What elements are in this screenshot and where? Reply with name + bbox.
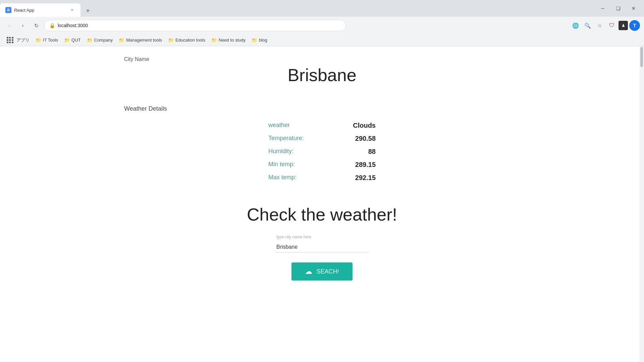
city-name-heading: Brisbane — [287, 65, 356, 85]
apps-grid-icon — [7, 37, 13, 44]
weather-row-humidity: Humidity: 88 — [268, 145, 376, 158]
active-tab[interactable]: R React App × — [0, 3, 80, 17]
weather-key-humidity: Humidity: — [268, 148, 293, 156]
bookmark-qut[interactable]: 📁 QUT — [61, 36, 83, 44]
bookmark-management-tools[interactable]: 📁 Management tools — [116, 36, 165, 44]
url-text: localhost:3000 — [58, 23, 341, 28]
folder-icon: 📁 — [119, 38, 124, 43]
cloud-icon: ☁ — [305, 267, 312, 276]
bookmark-it-tools[interactable]: 📁 IT Tools — [33, 36, 61, 44]
city-input-label: type city name here — [276, 235, 312, 239]
weather-row-temperature: Temperature: 290.58 — [268, 132, 376, 145]
folder-icon: 📁 — [36, 38, 41, 43]
weather-value-max-temp: 292.15 — [355, 174, 376, 182]
folder-icon: 📁 — [87, 38, 93, 43]
forward-button[interactable]: › — [17, 20, 28, 31]
apps-launcher[interactable]: アプリ — [4, 36, 32, 45]
maximize-button[interactable]: ❑ — [610, 0, 626, 17]
weather-row-min-temp: Min temp: 289.15 — [268, 158, 376, 171]
title-bar: R React App × + ─ ❑ ✕ — [0, 0, 644, 17]
bookmark-label: QUT — [71, 38, 80, 43]
bookmark-company[interactable]: 📁 Company — [84, 36, 116, 44]
city-input-group: type city name here — [275, 235, 369, 252]
bookmark-education-tools[interactable]: 📁 Education tools — [165, 36, 208, 44]
page-content: City Name Brisbane Weather Details weath… — [0, 46, 644, 362]
bookmark-label: Need to study — [219, 38, 246, 43]
new-tab-button[interactable]: + — [82, 5, 94, 17]
back-button[interactable]: ‹ — [4, 20, 15, 31]
bookmark-label: Education tools — [175, 38, 205, 43]
apps-label: アプリ — [16, 37, 30, 43]
bookmark-star-icon[interactable]: ☆ — [594, 20, 605, 31]
bookmark-blog[interactable]: 📁 blog — [249, 36, 270, 44]
folder-icon: 📁 — [168, 38, 174, 43]
close-button[interactable]: ✕ — [626, 0, 641, 17]
weather-row-max-temp: Max temp: 292.15 — [268, 171, 376, 184]
weather-value-humidity: 88 — [368, 148, 376, 156]
weather-table: weather Clouds Temperature: 290.58 Humid… — [268, 119, 376, 184]
address-bar: ‹ › ↻ 🔒 localhost:3000 🌐 🔍 ☆ 🛡 ♟ T — [0, 17, 644, 34]
scrollbar-thumb[interactable] — [640, 47, 643, 67]
folder-icon: 📁 — [252, 38, 257, 43]
window-controls: ─ ❑ ✕ — [595, 0, 644, 17]
city-name-label: City Name — [124, 56, 149, 62]
tab-title: React App — [14, 8, 66, 13]
toolbar-icons: 🌐 🔍 ☆ 🛡 ♟ T — [570, 20, 640, 31]
extension2-icon[interactable]: ♟ — [619, 21, 628, 30]
folder-icon: 📁 — [211, 38, 217, 43]
search-button-label: SEACH! — [316, 268, 339, 275]
reload-button[interactable]: ↻ — [31, 20, 42, 31]
city-input[interactable] — [275, 242, 369, 252]
weather-value-temperature: 290.58 — [355, 135, 376, 142]
lock-icon: 🔒 — [49, 23, 55, 28]
search-icon[interactable]: 🔍 — [582, 20, 593, 31]
weather-key-max-temp: Max temp: — [268, 174, 297, 182]
bookmarks-bar: アプリ 📁 IT Tools 📁 QUT 📁 Company 📁 Managem… — [0, 34, 644, 46]
weather-key-weather: weather — [268, 122, 290, 129]
weather-details-label: Weather Details — [124, 105, 167, 112]
bookmark-label: IT Tools — [43, 38, 58, 43]
tab-close-button[interactable]: × — [69, 7, 75, 13]
weather-key-temperature: Temperature: — [268, 135, 304, 142]
tab-favicon: R — [5, 7, 11, 13]
search-button[interactable]: ☁ SEACH! — [291, 262, 352, 281]
weather-value-min-temp: 289.15 — [355, 161, 376, 169]
bookmark-label: Company — [94, 38, 113, 43]
folder-icon: 📁 — [64, 38, 70, 43]
extension1-icon[interactable]: 🛡 — [606, 20, 617, 31]
bookmark-need-to-study[interactable]: 📁 Need to study — [209, 36, 248, 44]
check-weather-heading: Check the weather! — [247, 204, 397, 225]
translate-icon[interactable]: 🌐 — [570, 20, 581, 31]
weather-key-min-temp: Min temp: — [268, 161, 295, 169]
weather-row-weather: weather Clouds — [268, 119, 376, 132]
scrollbar[interactable] — [639, 46, 644, 362]
weather-value-weather: Clouds — [353, 122, 376, 129]
url-bar[interactable]: 🔒 localhost:3000 — [44, 20, 346, 31]
minimize-button[interactable]: ─ — [595, 0, 610, 17]
tab-area: R React App × + — [0, 0, 595, 17]
bookmark-label: blog — [259, 38, 267, 43]
bookmark-label: Management tools — [126, 38, 162, 43]
profile-avatar[interactable]: T — [629, 20, 640, 31]
